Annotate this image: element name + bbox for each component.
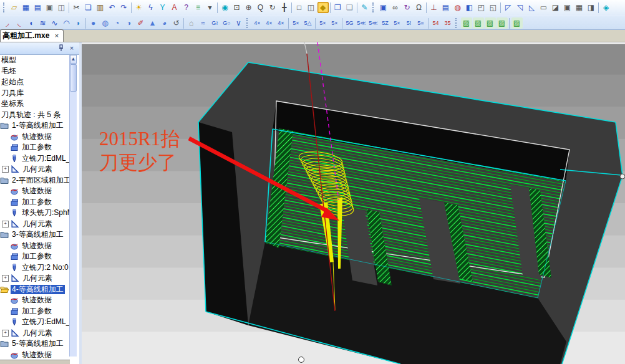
tree-item[interactable]: 立铣刀:2 No:0 [0,262,70,274]
surface-arc-icon[interactable]: ◠ [61,17,72,29]
solid-half-icon[interactable]: ◑ [124,17,135,29]
axis5-d-icon[interactable]: 5× [329,17,341,29]
paste-icon[interactable]: ▥ [95,2,106,13]
cut-icon[interactable]: ✂ [71,2,82,13]
print-preview-icon[interactable]: ◫ [56,2,67,13]
print-icon[interactable]: ▣ [44,2,56,13]
geometry-copy-icon[interactable]: ▣ [378,2,389,13]
axis4-b-icon[interactable]: 4× [264,17,275,29]
axis5-i-icon[interactable]: 5× [392,17,403,29]
scroll-up-icon[interactable]: ▲ [70,55,77,64]
tree-item[interactable]: 5-等高线粗加工 [0,338,70,350]
screen-capture-icon[interactable]: ◧ [464,2,475,13]
turn-c-icon[interactable]: ▨ [485,17,496,29]
save-file-icon[interactable]: ▦ [21,2,32,13]
wireframe-display-icon[interactable]: □ [294,2,305,13]
tree-item[interactable]: +几何元素 [0,164,70,175]
zoom-window-icon[interactable]: ⊡ [231,2,243,13]
tree-item[interactable]: 起始点 [0,77,70,88]
tab-close-icon[interactable]: × [53,32,60,39]
render-light-icon[interactable]: ☀ [133,2,145,13]
gem-display-icon[interactable]: ◈ [601,2,612,13]
axis5-h-icon[interactable]: 5Z [380,17,391,29]
window-tile-icon[interactable]: ❏ [344,2,356,13]
tree-vertical-scrollbar[interactable]: ▲ [69,55,77,357]
turn-d-icon[interactable]: ▨ [497,17,508,29]
pan-view-icon[interactable]: ╋ [279,2,290,13]
tree-item[interactable]: 模型 [0,55,70,66]
zoom-in-icon[interactable]: ⊕ [243,2,254,13]
axis5-e-icon[interactable]: 5G [344,17,356,29]
tree-item[interactable]: 4-等高线粗加工 [0,284,70,295]
corner-face-sw-icon[interactable]: ◺ [526,2,538,13]
axis5-l-icon[interactable]: 54 [430,17,442,29]
scrollbar-thumb[interactable] [70,64,77,92]
tree-item[interactable]: 轨迹数据 [0,295,70,306]
text-input-icon[interactable]: A [169,2,180,13]
tree-item[interactable]: 球头铣刀:SphML [0,208,70,219]
simulate-tv-icon[interactable]: ◨ [586,2,597,13]
rotate-entity-icon[interactable]: ↻ [402,2,413,13]
g-code-wave-icon[interactable]: G≀ [210,17,221,29]
part-view-b-icon[interactable]: ◱ [488,2,499,13]
corner-face-ne-icon[interactable]: ◸ [503,2,514,13]
spline-red-b-icon[interactable]: ◟ [14,17,25,29]
stamp-feature-icon[interactable]: ⊥ [429,2,440,13]
orbit-view-icon[interactable]: ◉ [220,2,231,13]
sketch-tool-icon[interactable]: ✐ [135,17,147,29]
tree-item[interactable]: 轨迹数据 [0,132,70,143]
solid-box-icon[interactable]: ▭ [538,2,550,13]
axis5-j-icon[interactable]: 5! [404,17,415,29]
axis5-c-icon[interactable]: 5× [317,17,329,29]
expand-icon[interactable]: + [2,221,9,228]
expand-icon[interactable]: + [2,166,9,173]
expand-icon[interactable]: + [2,275,9,282]
g-code-circle-icon[interactable]: G○ [221,17,233,29]
layer-dropdown-icon[interactable]: ▾ [205,2,216,13]
tree-horizontal-scrollbar[interactable] [0,360,70,364]
surface-stack-icon[interactable]: ≋ [37,17,49,29]
color-brush-icon[interactable]: ✎ [359,2,371,13]
file-tab[interactable]: 高粗加工.mxe × [0,29,64,42]
tree-item[interactable]: 加工参数 [0,142,70,153]
tree-item[interactable]: 立铣刀:EdML_0 [0,317,70,328]
filter-icon[interactable]: Y [157,2,168,13]
quick-shade-icon[interactable]: ϟ [145,2,157,13]
machine-sim-icon[interactable]: ⌂ [186,17,197,29]
axis5-k-icon[interactable]: 5≡ [415,17,427,29]
undo-icon[interactable]: ↶ [107,2,118,13]
tree-item[interactable]: 加工参数 [0,197,70,208]
surface-wave-icon[interactable]: ∿ [49,17,61,29]
tree-item[interactable]: 轨迹数据 [0,350,70,361]
solid-pie-icon[interactable]: ◔ [112,17,123,29]
solid-fill-icon[interactable]: ▣ [562,2,573,13]
solid-cut-icon[interactable]: ◪ [550,2,561,13]
surface-drop-icon[interactable]: ◗ [73,17,84,29]
solid-torus-icon[interactable]: ◍ [100,17,111,29]
zoom-previous-icon[interactable]: Q [255,2,266,13]
calculator-icon[interactable]: ▦ [574,2,585,13]
turn-e-icon[interactable]: ▨ [511,17,523,29]
tree-item[interactable]: 轨迹数据 [0,186,70,197]
v-groove-icon[interactable]: ∨ [233,17,245,29]
ellipsoid-tool-icon[interactable]: ◕ [159,17,170,29]
turn-b-icon[interactable]: ▨ [473,17,484,29]
pin-icon[interactable] [57,44,65,53]
axis4-a-icon[interactable]: 4× [252,17,263,29]
layer-manager-icon[interactable]: ≡ [193,2,204,13]
regen-view-icon[interactable]: ↻ [267,2,278,13]
axis5-f-icon[interactable]: 5≪ [356,17,367,29]
surface-patch-icon[interactable]: ◖ [26,17,37,29]
save-as-icon[interactable]: ▤ [32,2,44,13]
window-cascade-icon[interactable]: ❐ [332,2,344,13]
spline-red-a-icon[interactable]: ◞ [2,17,13,29]
web-link-icon[interactable]: ◍ [452,2,463,13]
tree-item[interactable]: 轨迹数据 [0,241,70,252]
browse-entities-icon[interactable]: ∞ [390,2,401,13]
tree-item[interactable]: 加工参数 [0,306,70,317]
copy-icon[interactable]: ❏ [83,2,94,13]
solid-sphere-icon[interactable]: ● [88,17,99,29]
tree-item[interactable]: 刀具库 [0,88,70,99]
expand-icon[interactable]: + [2,330,9,337]
tree-item[interactable]: 立铣刀:EdML_0 [0,153,70,165]
